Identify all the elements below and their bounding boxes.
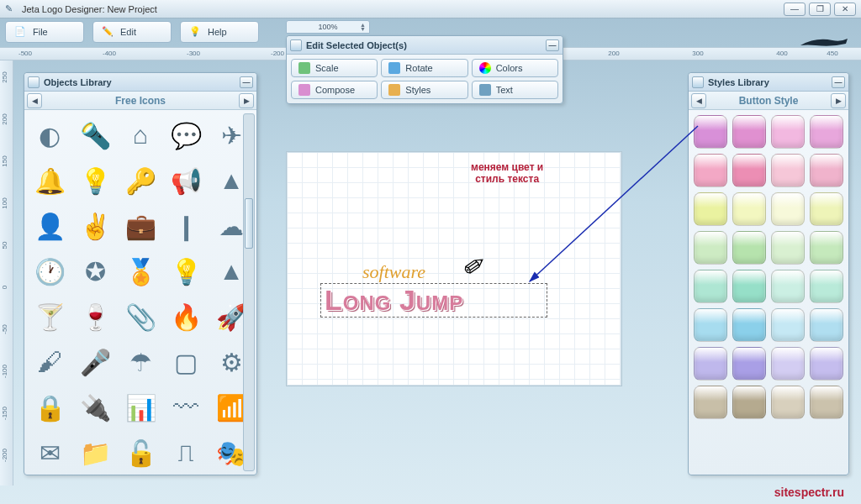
icon-birdhouse[interactable]: ⌂	[119, 113, 162, 157]
panel-minimize-button[interactable]: —	[832, 76, 845, 88]
icon-megaphone[interactable]: 📢	[164, 159, 208, 202]
style-swatch-0[interactable]	[694, 115, 727, 149]
style-swatch-27[interactable]	[810, 347, 843, 381]
icon-padlock[interactable]: 🔓	[119, 431, 162, 475]
panel-header[interactable]: Styles Library —	[689, 73, 848, 92]
mail-icon: ✉	[36, 439, 63, 466]
style-swatch-13[interactable]	[732, 231, 766, 265]
zoom-control[interactable]: 100% ▲▼	[286, 20, 370, 34]
icon-chat[interactable]: 💬	[164, 113, 208, 157]
icon-roller[interactable]: 🖌	[28, 340, 71, 384]
icon-person[interactable]: 👤	[28, 204, 71, 248]
next-category-button[interactable]: ▶	[831, 93, 846, 108]
style-swatch-20[interactable]	[694, 308, 727, 342]
style-swatch-16[interactable]	[694, 270, 727, 303]
colors-button[interactable]: Colors	[472, 59, 558, 77]
icon-award[interactable]: 🏅	[119, 249, 162, 293]
help-menu[interactable]: 💡Help	[180, 21, 259, 43]
canvas[interactable]: software ✏ Long Jump	[286, 151, 622, 386]
style-swatch-12[interactable]	[694, 231, 727, 265]
chat-icon: 💬	[172, 122, 199, 149]
style-swatch-2[interactable]	[771, 115, 805, 149]
style-swatch-7[interactable]	[810, 154, 843, 187]
style-swatch-23[interactable]	[810, 308, 843, 342]
icon-flashlight[interactable]: 🔦	[73, 113, 117, 157]
close-button[interactable]: ✕	[834, 3, 856, 16]
icon-bulb[interactable]: 💡	[73, 159, 117, 202]
zoom-spinner-icon[interactable]: ▲▼	[360, 23, 366, 31]
chart-icon: 📊	[127, 394, 154, 421]
styles-button[interactable]: Styles	[381, 81, 467, 99]
minimize-button[interactable]: —	[784, 3, 806, 16]
style-swatch-4[interactable]	[694, 154, 727, 187]
icon-martini[interactable]: 🍸	[28, 295, 71, 339]
prev-category-button[interactable]: ◀	[691, 93, 706, 108]
style-swatch-28[interactable]	[694, 386, 727, 419]
panel-minimize-button[interactable]: —	[240, 76, 253, 88]
icon-mail[interactable]: ✉	[28, 431, 71, 475]
style-swatch-22[interactable]	[771, 308, 805, 342]
style-swatch-24[interactable]	[694, 347, 727, 381]
icon-briefcase[interactable]: 💼	[119, 204, 162, 248]
scrollbar-thumb[interactable]	[245, 198, 253, 249]
icon-frame[interactable]: ▢	[164, 340, 208, 384]
style-swatch-30[interactable]	[771, 386, 805, 419]
folder-icon: 📁	[82, 439, 108, 466]
logo-main-text[interactable]: Long Jump	[320, 283, 547, 318]
prev-category-button[interactable]: ◀	[27, 93, 42, 108]
mountain-icon: ▲	[218, 258, 245, 285]
style-swatch-8[interactable]	[694, 192, 727, 226]
style-swatch-26[interactable]	[771, 347, 805, 381]
icon-fire[interactable]: 🔥	[164, 295, 208, 339]
style-swatch-1[interactable]	[732, 115, 766, 149]
rotate-button[interactable]: Rotate	[381, 59, 467, 77]
roller-icon: 🖌	[36, 349, 63, 375]
style-swatch-6[interactable]	[771, 154, 805, 187]
style-swatch-5[interactable]	[732, 154, 766, 187]
plane-icon: ✈	[218, 122, 245, 149]
icon-screw[interactable]: ❙	[164, 204, 208, 248]
icon-clip[interactable]: 📎	[119, 295, 162, 339]
icon-mic[interactable]: 🎤	[73, 340, 117, 384]
icon-lamp[interactable]: 💡	[164, 249, 208, 293]
text-button[interactable]: Text	[472, 81, 558, 99]
style-swatch-29[interactable]	[732, 386, 766, 419]
file-menu[interactable]: 📄File	[5, 21, 84, 43]
style-swatch-14[interactable]	[771, 231, 805, 265]
panel-header[interactable]: Edit Selected Object(s) —	[287, 36, 563, 55]
next-category-button[interactable]: ▶	[239, 93, 254, 108]
style-swatch-19[interactable]	[810, 270, 843, 303]
style-swatch-9[interactable]	[732, 192, 766, 226]
icon-clock[interactable]: 🕐	[28, 249, 71, 293]
icon-cocktail[interactable]: 🍷	[73, 295, 117, 339]
icon-ekg[interactable]: 〰	[164, 386, 208, 429]
style-swatch-17[interactable]	[732, 270, 766, 303]
style-swatch-25[interactable]	[732, 347, 766, 381]
style-swatch-3[interactable]	[810, 115, 843, 149]
icon-folder[interactable]: 📁	[73, 431, 117, 475]
style-swatch-15[interactable]	[810, 231, 843, 265]
edit-menu[interactable]: ✏️Edit	[92, 21, 172, 43]
style-swatch-10[interactable]	[771, 192, 805, 226]
style-swatch-18[interactable]	[771, 270, 805, 303]
logo-object[interactable]: software ✏ Long Jump	[320, 261, 547, 318]
compose-button[interactable]: Compose	[291, 81, 378, 99]
scrollbar[interactable]	[243, 113, 255, 471]
icon-plug[interactable]: 🔌	[73, 386, 117, 429]
panel-header[interactable]: Objects Library —	[24, 73, 256, 92]
icon-peace[interactable]: ✌	[73, 204, 117, 248]
scale-button[interactable]: Scale	[291, 59, 378, 77]
icon-key[interactable]: 🔑	[119, 159, 162, 202]
icon-pulse[interactable]: ⎍	[164, 431, 208, 475]
icon-chart[interactable]: 📊	[119, 386, 162, 429]
style-swatch-31[interactable]	[810, 386, 843, 419]
icon-badge[interactable]: ✪	[73, 249, 117, 293]
panel-minimize-button[interactable]: —	[546, 39, 559, 51]
icon-umbrella[interactable]: ☂	[119, 340, 162, 384]
icon-bell[interactable]: 🔔	[28, 159, 71, 202]
style-swatch-21[interactable]	[732, 308, 766, 342]
icon-pacman[interactable]: ◐	[28, 113, 71, 157]
icon-lock[interactable]: 🔒	[28, 386, 71, 429]
maximize-button[interactable]: ❐	[809, 3, 831, 16]
style-swatch-11[interactable]	[810, 192, 843, 226]
